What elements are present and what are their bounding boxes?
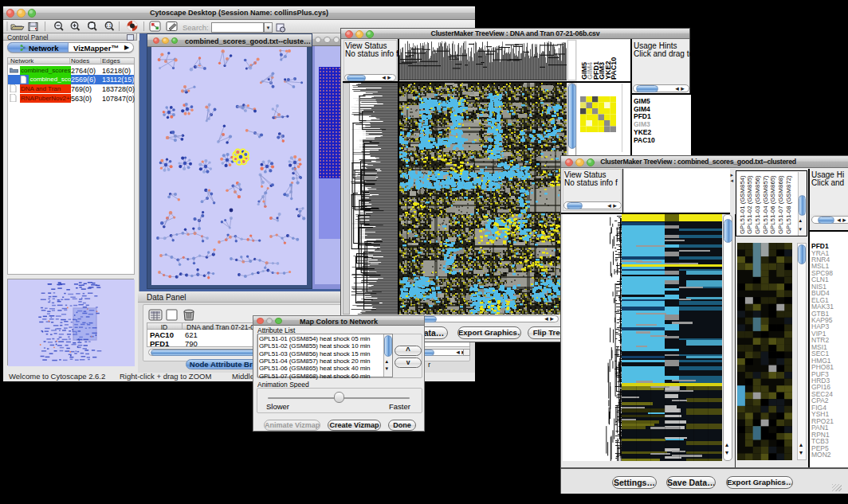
svg-text:GPL51-08 (GSM872): GPL51-08 (GSM872) [785,175,792,234]
svg-text:GPL51-01 (GSM854): GPL51-01 (GSM854) [739,175,746,234]
svg-text:GPL51-04 (GSM857): GPL51-04 (GSM857) [762,175,769,234]
svg-text:1:1: 1:1 [106,24,112,28]
svg-text:GPL51-06 (GSM865): GPL51-06 (GSM865) [769,175,776,234]
svg-text:PAC10: PAC10 [610,57,618,80]
svg-text:GPL51-07 (GSM868): GPL51-07 (GSM868) [777,175,784,234]
svg-text:GPL51-03 (GSM856): GPL51-03 (GSM856) [754,175,761,234]
svg-text:GPL51-02 (GSM855): GPL51-02 (GSM855) [746,175,753,234]
